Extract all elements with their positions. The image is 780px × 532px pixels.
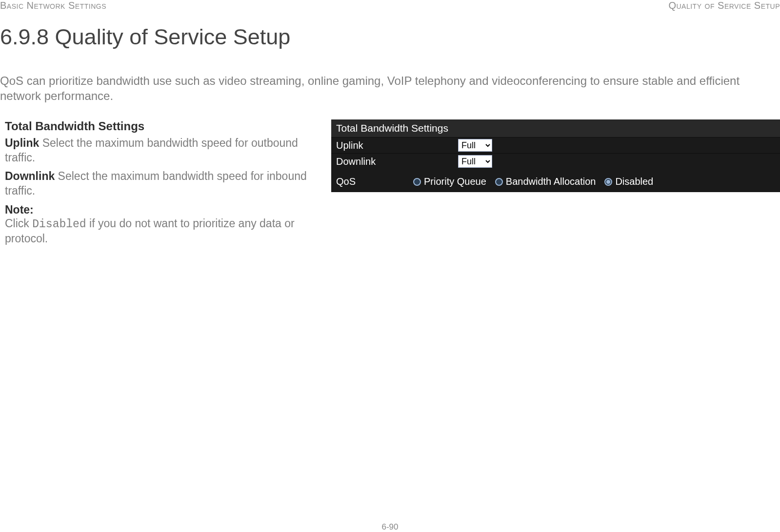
uplink-term: Uplink	[5, 137, 39, 149]
downlink-description: Downlink Select the maximum bandwidth sp…	[5, 169, 317, 198]
header-right: Quality of Service Setup	[668, 0, 780, 11]
note-code: Disabled	[32, 218, 86, 231]
radio-icon	[495, 178, 503, 186]
radio-icon	[413, 178, 421, 186]
qos-priority-label: Priority Queue	[424, 176, 486, 187]
qos-radio-group: Priority Queue Bandwidth Allocation Disa…	[413, 176, 653, 187]
page-title: 6.9.8 Quality of Service Setup	[0, 24, 290, 50]
qos-radio-priority[interactable]: Priority Queue	[413, 176, 486, 187]
intro-paragraph: QoS can prioritize bandwidth use such as…	[0, 73, 780, 103]
note-body: Click Disabled if you do not want to pri…	[5, 217, 317, 247]
page-number: 6-90	[0, 522, 780, 532]
downlink-label: Downlink	[336, 156, 458, 167]
downlink-select[interactable]: Full	[458, 155, 492, 168]
note-label: Note:	[5, 203, 317, 217]
note-pre: Click	[5, 217, 32, 230]
uplink-text: Select the maximum bandwidth speed for o…	[5, 137, 298, 164]
description-column: Total Bandwidth Settings Uplink Select t…	[0, 119, 331, 246]
uplink-select[interactable]: Full	[458, 139, 492, 152]
qos-radio-disabled[interactable]: Disabled	[604, 176, 653, 187]
downlink-row: Downlink Full	[331, 153, 780, 169]
uplink-description: Uplink Select the maximum bandwidth spee…	[5, 136, 317, 165]
panel-title: Total Bandwidth Settings	[331, 119, 780, 137]
settings-panel: Total Bandwidth Settings Uplink Full Dow…	[331, 119, 780, 192]
uplink-label: Uplink	[336, 140, 458, 151]
header-left: Basic Network Settings	[0, 0, 106, 11]
screenshot-column: Total Bandwidth Settings Uplink Full Dow…	[331, 119, 780, 246]
qos-bandwidth-label: Bandwidth Allocation	[506, 176, 596, 187]
qos-row: QoS Priority Queue Bandwidth Allocation …	[331, 169, 780, 192]
body-columns: Total Bandwidth Settings Uplink Select t…	[0, 119, 780, 246]
qos-label: QoS	[336, 176, 413, 187]
radio-icon	[604, 178, 612, 186]
qos-disabled-label: Disabled	[615, 176, 653, 187]
section-heading: Total Bandwidth Settings	[5, 119, 317, 133]
downlink-term: Downlink	[5, 170, 55, 182]
qos-radio-bandwidth[interactable]: Bandwidth Allocation	[495, 176, 596, 187]
uplink-row: Uplink Full	[331, 137, 780, 153]
